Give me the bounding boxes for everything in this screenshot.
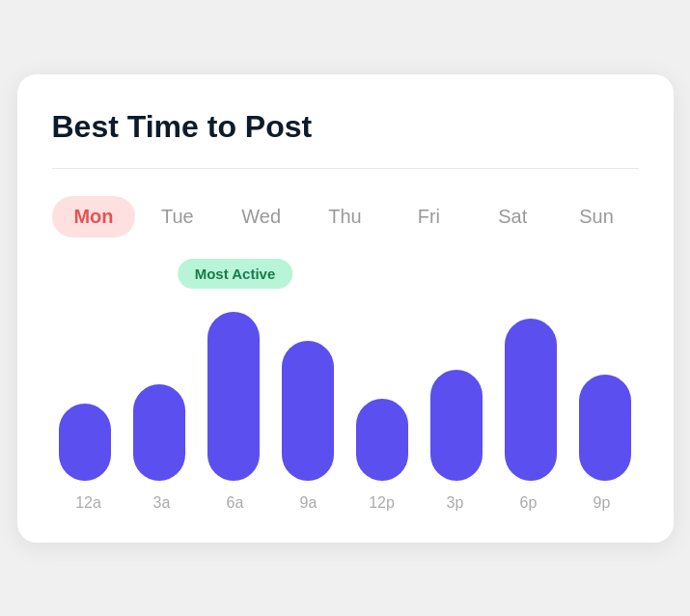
most-active-badge: Most Active — [178, 259, 293, 289]
time-label-3p: 3p — [419, 494, 492, 512]
bar-3a — [133, 384, 185, 481]
time-label-6a: 6a — [199, 494, 272, 512]
bar-9p — [579, 375, 631, 481]
day-tab-wed[interactable]: Wed — [219, 196, 303, 238]
bar-wrapper — [52, 307, 119, 481]
bar-wrapper — [126, 307, 193, 481]
bars-container — [52, 268, 639, 481]
bar-12a — [59, 404, 111, 481]
day-tab-mon[interactable]: Mon — [52, 196, 136, 238]
bar-9a — [282, 341, 334, 481]
time-label-12a: 12a — [52, 494, 125, 512]
chart-area: Most Active — [52, 268, 639, 481]
day-tab-fri[interactable]: Fri — [387, 196, 471, 238]
bar-wrapper — [201, 307, 267, 481]
day-tab-sun[interactable]: Sun — [555, 196, 639, 238]
bar-6p — [505, 319, 557, 481]
day-tab-sat[interactable]: Sat — [471, 196, 555, 238]
bar-wrapper — [275, 307, 342, 481]
best-time-card: Best Time to Post MonTueWedThuFriSatSun … — [17, 74, 674, 543]
bar-wrapper — [572, 307, 639, 481]
time-label-9a: 9a — [272, 494, 345, 512]
bar-6a — [207, 312, 260, 481]
divider — [52, 168, 639, 169]
bar-wrapper — [424, 307, 490, 481]
bar-wrapper — [498, 307, 565, 481]
bar-12p — [356, 399, 408, 481]
time-label-6p: 6p — [492, 494, 566, 512]
time-label-12p: 12p — [345, 494, 419, 512]
page-title: Best Time to Post — [52, 109, 639, 145]
time-label-9p: 9p — [566, 494, 639, 512]
bar-wrapper — [349, 307, 416, 481]
bar-3p — [430, 370, 483, 481]
day-tabs: MonTueWedThuFriSatSun — [52, 196, 639, 238]
time-label-3a: 3a — [125, 494, 199, 512]
day-tab-thu[interactable]: Thu — [303, 196, 387, 238]
day-tab-tue[interactable]: Tue — [135, 196, 219, 238]
time-labels: 12a3a6a9a12p3p6p9p — [52, 494, 639, 512]
